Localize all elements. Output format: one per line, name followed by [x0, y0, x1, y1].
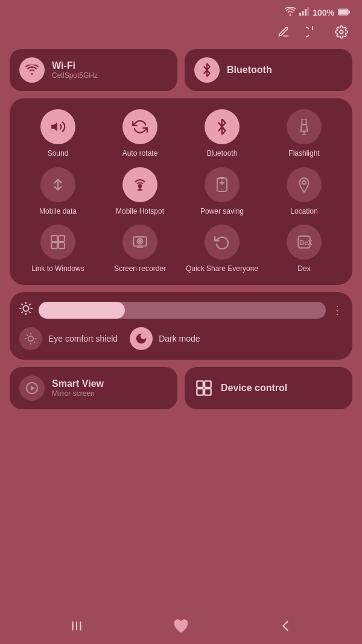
brightness-container: ⋮ Eye comfort shield	[10, 292, 352, 360]
status-bar: 100%	[0, 0, 362, 20]
dark-mode-item[interactable]: Dark mode	[130, 327, 200, 350]
power-saving-label: Power saving	[200, 207, 244, 217]
quick-grid: Sound Auto rotate	[19, 109, 343, 274]
nav-back-button[interactable]	[273, 614, 297, 638]
auto-rotate-label: Auto rotate	[122, 149, 158, 159]
location-icon	[287, 167, 322, 202]
dark-mode-icon	[130, 327, 153, 350]
bottom-nav	[0, 608, 362, 644]
dex-icon: DeX	[287, 225, 322, 260]
svg-rect-54	[197, 389, 203, 395]
quick-item-link-windows[interactable]: Link to Windows	[19, 225, 97, 274]
wifi-tile[interactable]: Wi-Fi CellSpot5GHz	[10, 49, 177, 91]
svg-line-38	[30, 312, 30, 313]
comfort-row: Eye comfort shield Dark mode	[19, 327, 343, 350]
nav-recents-button[interactable]	[65, 614, 89, 638]
dex-label: Dex	[297, 264, 310, 274]
wifi-icon	[285, 7, 296, 18]
bluetooth-quick-icon	[205, 109, 240, 144]
mobile-hotspot-icon	[122, 167, 157, 202]
svg-point-43	[28, 336, 33, 341]
bluetooth-tile[interactable]: Bluetooth	[185, 49, 352, 91]
settings-icon[interactable]	[333, 24, 350, 40]
edit-icon[interactable]	[275, 24, 292, 40]
eye-comfort-item[interactable]: Eye comfort shield	[19, 327, 118, 350]
screen-recorder-label: Screen recorder	[114, 264, 166, 274]
signal-icon	[299, 7, 309, 18]
device-control-tile[interactable]: Device control	[185, 367, 352, 409]
eye-comfort-label: Eye comfort shield	[48, 334, 118, 343]
battery-percent: 100%	[313, 8, 334, 18]
svg-rect-0	[299, 13, 301, 16]
smart-view-text: Smart View Mirror screen	[52, 378, 104, 398]
quick-item-quick-share[interactable]: Quick Share Everyone	[183, 225, 261, 274]
auto-rotate-icon	[122, 109, 157, 144]
svg-point-30	[139, 240, 141, 242]
svg-rect-53	[205, 381, 211, 387]
bluetooth-tile-icon	[194, 57, 220, 83]
svg-rect-25	[59, 243, 65, 249]
top-tiles-row: Wi-Fi CellSpot5GHz Bluetooth	[10, 49, 352, 91]
quick-item-location[interactable]: Location	[265, 167, 343, 217]
quick-item-power-saving[interactable]: Power saving	[183, 167, 261, 217]
svg-line-41	[22, 312, 22, 313]
svg-rect-2	[305, 9, 306, 16]
nav-home-button[interactable]	[169, 614, 193, 638]
svg-rect-24	[51, 243, 57, 249]
wifi-tile-text: Wi-Fi CellSpot5GHz	[52, 60, 98, 80]
brightness-more-icon[interactable]: ⋮	[332, 304, 343, 317]
svg-marker-10	[300, 124, 307, 131]
svg-point-7	[340, 30, 343, 34]
smart-view-title: Smart View	[52, 378, 104, 389]
brightness-slider[interactable]	[39, 302, 326, 319]
battery-icon	[338, 8, 350, 18]
smart-view-tile[interactable]: Smart View Mirror screen	[10, 367, 177, 409]
link-windows-label: Link to Windows	[31, 264, 84, 274]
link-windows-icon	[40, 225, 75, 260]
bluetooth-quick-label: Bluetooth	[207, 149, 238, 159]
wifi-tile-title: Wi-Fi	[52, 60, 98, 71]
mobile-hotspot-label: Mobile Hotspot	[116, 207, 164, 217]
top-icon-row	[0, 20, 362, 49]
quick-item-bluetooth[interactable]: Bluetooth	[183, 109, 261, 159]
quick-item-dex[interactable]: DeX Dex	[265, 225, 343, 274]
device-control-icon	[194, 378, 214, 398]
quick-item-auto-rotate[interactable]: Auto rotate	[101, 109, 179, 159]
svg-line-46	[27, 334, 28, 335]
quick-item-sound[interactable]: Sound	[19, 109, 97, 159]
brightness-fill	[39, 302, 125, 319]
quick-grid-container: Sound Auto rotate	[10, 98, 352, 285]
svg-point-34	[23, 306, 28, 311]
svg-rect-23	[59, 235, 65, 241]
svg-point-21	[302, 180, 306, 184]
brightness-row: ⋮	[19, 302, 343, 319]
sound-icon	[40, 109, 75, 144]
svg-rect-6	[349, 10, 351, 13]
svg-rect-22	[51, 235, 57, 241]
flashlight-icon	[287, 109, 322, 144]
svg-rect-52	[197, 381, 203, 387]
location-label: Location	[290, 207, 317, 217]
svg-line-37	[22, 304, 22, 305]
quick-item-mobile-data[interactable]: Mobile data	[19, 167, 97, 217]
svg-line-42	[30, 304, 30, 305]
quick-item-screen-recorder[interactable]: Screen recorder	[101, 225, 179, 274]
quick-share-label: Quick Share Everyone	[186, 264, 258, 274]
bottom-tiles-row: Smart View Mirror screen Device control	[10, 367, 352, 409]
quick-share-icon	[205, 225, 240, 260]
svg-marker-8	[51, 122, 57, 131]
dark-mode-label: Dark mode	[159, 334, 200, 343]
screen-recorder-icon	[122, 225, 157, 260]
power-icon[interactable]	[304, 24, 321, 40]
wifi-tile-icon	[19, 57, 45, 83]
main-content: Wi-Fi CellSpot5GHz Bluetooth	[0, 49, 362, 409]
quick-item-flashlight[interactable]: Flashlight	[265, 109, 343, 159]
svg-rect-5	[338, 10, 348, 14]
brightness-sun-icon	[19, 302, 33, 318]
svg-line-47	[34, 342, 34, 342]
svg-rect-55	[205, 389, 211, 395]
svg-rect-9	[302, 119, 306, 124]
svg-rect-1	[302, 11, 304, 16]
mobile-data-icon	[40, 167, 75, 202]
quick-item-mobile-hotspot[interactable]: Mobile Hotspot	[101, 167, 179, 217]
